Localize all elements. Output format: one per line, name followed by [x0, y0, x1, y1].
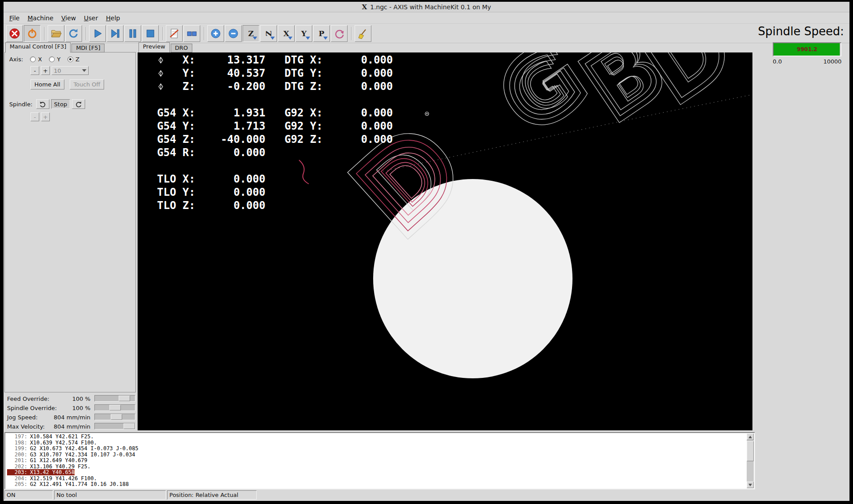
view-z-button[interactable]: Z: [243, 25, 259, 42]
feed-override-value: 100 %: [72, 396, 90, 402]
chevron-down-icon: [82, 69, 86, 72]
gcode-line: 202:X13.106 Y40.29 F25.: [6, 464, 746, 470]
tab-manual-control[interactable]: Manual Control [F3]: [5, 42, 71, 52]
max-velocity-slider[interactable]: [94, 423, 135, 429]
scroll-up-button[interactable]: [747, 433, 754, 440]
clear-plot-button[interactable]: [355, 25, 371, 42]
overrides-panel: Feed Override: 100 % Spindle Override: 1…: [4, 394, 137, 431]
scrollbar-thumb[interactable]: [747, 441, 754, 461]
feed-override-slider-thumb[interactable]: [119, 396, 130, 401]
max-velocity-row: Max Velocity: 804 mm/min: [4, 422, 137, 431]
open-file-icon: [50, 28, 62, 39]
view-x-button[interactable]: X: [278, 25, 295, 42]
open-file-button[interactable]: [48, 25, 64, 42]
jog-plus-button[interactable]: +: [41, 66, 50, 75]
spindle-speed-scale: 0.0 10000: [773, 58, 842, 65]
spindle-minus-button[interactable]: -: [30, 112, 39, 121]
tab-mdi[interactable]: MDI [F5]: [71, 44, 105, 52]
spindle-stop-button[interactable]: Stop: [51, 99, 71, 109]
tab-dro[interactable]: DRO: [171, 44, 192, 52]
gcode-listing[interactable]: 197:X10.584 Y42.621 F25. 198:X10.639 Y42…: [4, 432, 755, 489]
spindle-plus-button[interactable]: +: [41, 112, 50, 121]
manual-tab-bar: Manual Control [F3] MDI [F5]: [5, 42, 105, 52]
gcode-line: 204:X12.519 Y41.426 F100.: [6, 476, 746, 482]
menu-user[interactable]: User: [80, 13, 102, 23]
run-button[interactable]: [89, 25, 106, 42]
gcode-text: 197:X10.584 Y42.621 F25. 198:X10.639 Y42…: [6, 434, 746, 488]
toolbar-separator: [162, 27, 163, 40]
radio-icon: [30, 56, 36, 62]
x11-logo-icon: X: [362, 3, 367, 11]
zoom-out-button[interactable]: [225, 25, 242, 42]
spindle-override-slider[interactable]: [94, 404, 135, 411]
skip-lines-button[interactable]: [166, 25, 183, 42]
spindle-reverse-button[interactable]: [36, 99, 49, 109]
gcode-line: 199:G2 X10.673 Y42.454 I-0.073 J-0.085: [6, 446, 746, 452]
toolbar-separator: [204, 27, 205, 40]
reload-icon: [68, 28, 79, 39]
spindle-override-row: Spindle Override: 100 %: [4, 403, 137, 413]
rotate-view-button[interactable]: [331, 25, 348, 42]
optional-stop-icon: [186, 28, 198, 39]
view-y-button[interactable]: Y: [296, 25, 312, 42]
menu-machine[interactable]: Machine: [23, 13, 57, 23]
view-z2-button[interactable]: Z: [260, 25, 277, 42]
view-axis-arrow-icon: [270, 37, 275, 40]
tool-marker: [425, 112, 429, 116]
home-all-button[interactable]: Home All: [30, 79, 64, 90]
scroll-down-button[interactable]: [747, 482, 754, 488]
optional-stop-button[interactable]: [183, 25, 200, 42]
spindle-speed-title: Spindle Speed:: [753, 25, 849, 38]
window-title: 1.ngc - AXIS with MachineKit 0.1 on My: [370, 4, 491, 11]
view-p-button[interactable]: P: [313, 25, 330, 42]
axis-x-radio[interactable]: X: [30, 56, 42, 63]
preview-canvas[interactable]: GGGG BBB DD D D D D: [138, 52, 752, 430]
estop-button[interactable]: [6, 25, 23, 42]
jog-speed-slider-thumb[interactable]: [111, 414, 122, 420]
jog-increment-select[interactable]: 10: [52, 66, 89, 75]
spindle-speed-panel: Spindle Speed: 9901.2 0.0 10000: [753, 25, 849, 65]
spindle-speed-row: - +: [30, 112, 135, 121]
machine-status: ON: [4, 490, 53, 500]
axis-y-radio[interactable]: Y: [49, 56, 60, 63]
zoom-in-button[interactable]: [207, 25, 224, 42]
stop-icon: [145, 28, 156, 39]
power-button[interactable]: [24, 25, 41, 42]
gcode-scrollbar[interactable]: [747, 433, 754, 488]
axis-y-label: Y: [57, 56, 60, 63]
title-bar[interactable]: X 1.ngc - AXIS with MachineKit 0.1 on My: [4, 2, 849, 12]
menu-bar: File Machine View User Help: [4, 12, 849, 24]
jog-minus-button[interactable]: -: [30, 66, 39, 75]
spindle-speed-min: 0.0: [773, 58, 782, 65]
home-row: Home All Touch Off: [30, 79, 135, 90]
gcode-line-active: 203:X13.42 Y40.658: [6, 470, 746, 476]
spindle-forward-button[interactable]: [72, 99, 85, 109]
jog-speed-slider[interactable]: [94, 414, 135, 420]
spindle-speed-bar: 9901.2: [773, 42, 842, 56]
spindle-override-slider-thumb[interactable]: [109, 405, 121, 411]
rotate-view-icon: [333, 28, 345, 39]
max-velocity-slider-thumb[interactable]: [123, 423, 135, 429]
touch-off-button[interactable]: Touch Off: [70, 79, 105, 90]
tool-status: No tool: [54, 490, 166, 500]
jog-speed-value: 804 mm/min: [54, 414, 90, 421]
pause-button[interactable]: [124, 25, 141, 42]
tab-preview[interactable]: Preview: [138, 42, 170, 52]
menu-help[interactable]: Help: [102, 13, 124, 23]
jog-speed-row: Jog Speed: 804 mm/min: [4, 413, 137, 422]
step-button[interactable]: [107, 25, 123, 42]
reload-button[interactable]: [65, 25, 82, 42]
feed-override-slider[interactable]: [94, 395, 135, 402]
stop-button[interactable]: [142, 25, 159, 42]
spindle-speed-max: 10000: [823, 58, 842, 65]
axis-label: Axis:: [9, 56, 23, 63]
axis-row: Axis: X Y Z: [9, 56, 135, 63]
menu-file[interactable]: File: [5, 13, 23, 23]
menu-view[interactable]: View: [57, 13, 80, 23]
toolbar-separator: [86, 27, 86, 40]
manual-control-panel: Axis: X Y Z - + 10 Home All To: [4, 52, 136, 392]
axis-z-radio[interactable]: Z: [67, 56, 79, 63]
toolbar-separator: [351, 27, 352, 40]
estop-icon: [9, 28, 20, 39]
zoom-in-icon: [210, 28, 221, 39]
